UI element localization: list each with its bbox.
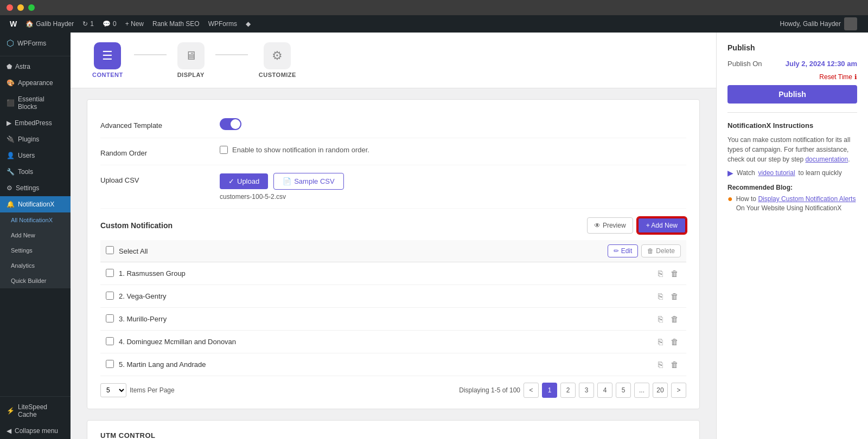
- row-5-checkbox[interactable]: [106, 360, 114, 368]
- advanced-template-toggle[interactable]: [220, 118, 241, 130]
- table-row: 3. Murillo-Perry ⎘ 🗑: [100, 308, 686, 331]
- plugins-icon: 🔌: [7, 135, 15, 143]
- select-all-label: Select All: [119, 247, 608, 255]
- random-order-checkbox[interactable]: [220, 146, 228, 154]
- row-3-copy-button[interactable]: ⎘: [656, 313, 665, 325]
- delete-button[interactable]: 🗑 Delete: [641, 244, 681, 257]
- sidebar-item-litespeed[interactable]: ⚡ LiteSpeed Cache: [0, 399, 71, 423]
- sidebar-subitem-all[interactable]: All NotificationX: [0, 212, 71, 228]
- sidebar-subitem-settings[interactable]: Settings: [0, 243, 71, 258]
- pagination-prev-button[interactable]: <: [524, 383, 539, 398]
- advanced-template-control: [220, 118, 686, 130]
- random-order-control: Enable to show notification in random or…: [220, 146, 686, 154]
- row-4-checkbox[interactable]: [106, 337, 114, 345]
- step-content-icon-wrap: ☰: [94, 42, 121, 69]
- row-1-delete-button[interactable]: 🗑: [668, 268, 681, 279]
- publish-main-button[interactable]: Publish: [727, 85, 857, 104]
- row-4-copy-button[interactable]: ⎘: [656, 336, 665, 347]
- sidebar-item-appearance[interactable]: 🎨 Appearance: [0, 75, 71, 91]
- wpforms-admin-item[interactable]: WPForms: [204, 15, 241, 33]
- row-3-delete-button[interactable]: 🗑: [668, 313, 681, 325]
- add-new-button[interactable]: + Add New: [637, 217, 686, 234]
- step-customize[interactable]: ⚙ CUSTOMIZE: [248, 38, 307, 82]
- step-display-label: DISPLAY: [177, 72, 205, 78]
- new-item[interactable]: + New: [121, 15, 148, 33]
- rank-math-label: Rank Math SEO: [152, 20, 200, 28]
- sidebar-subitem-add[interactable]: Add New: [0, 228, 71, 243]
- comments-count: 0: [113, 20, 117, 28]
- sidebar-subitem-quickbuilder[interactable]: Quick Builder: [0, 273, 71, 288]
- blog-link[interactable]: Display Custom Notification Alerts: [758, 195, 856, 203]
- step-content-icon: ☰: [102, 49, 113, 63]
- table-row: 4. Dominguez Mcmillan and Donovan ⎘ 🗑: [100, 331, 686, 353]
- row-4-delete-button[interactable]: 🗑: [668, 336, 681, 347]
- step-display-icon-wrap: 🖥: [177, 42, 205, 69]
- updates-count: 1: [90, 20, 94, 28]
- row-1-copy-button[interactable]: ⎘: [656, 268, 665, 279]
- rank-math-item[interactable]: Rank Math SEO: [148, 15, 204, 33]
- row-5-copy-button[interactable]: ⎘: [656, 359, 665, 370]
- wpforms-logo-icon: ⬡: [7, 38, 14, 48]
- sidebar-item-embedpress[interactable]: ▶ EmbedPress: [0, 115, 71, 131]
- step-display[interactable]: 🖥 DISPLAY: [167, 38, 215, 82]
- sidebar-item-astra[interactable]: ⬟ Astra: [0, 59, 71, 75]
- embedpress-icon: ▶: [7, 119, 11, 127]
- custom-notif-actions: 👁 Preview + Add New: [587, 217, 686, 234]
- maximize-button[interactable]: [28, 4, 35, 11]
- pagination-page-5-button[interactable]: 5: [616, 383, 631, 398]
- row-2-checkbox[interactable]: [106, 292, 114, 300]
- sidebar-item-users[interactable]: 👤 Users: [0, 147, 71, 164]
- sidebar-item-essential-blocks[interactable]: ⬛ Essential Blocks: [0, 91, 71, 115]
- sidebar-item-notificationx[interactable]: 🔔 NotificationX: [0, 196, 71, 212]
- close-button[interactable]: [7, 4, 13, 11]
- select-all-checkbox[interactable]: [106, 246, 114, 254]
- items-per-page-select[interactable]: 5 10 20: [100, 383, 126, 397]
- step-content[interactable]: ☰ CONTENT: [81, 38, 134, 82]
- sidebar-item-collapse[interactable]: ◀ Collapse menu: [0, 423, 71, 439]
- header-checkbox-wrap: [106, 246, 119, 256]
- pagination-display-info: Displaying 1-5 of 100: [459, 386, 520, 394]
- appearance-icon: 🎨: [7, 79, 15, 87]
- publish-on-row: Publish On July 2, 2024 12:30 am: [727, 60, 857, 68]
- wp-logo-item[interactable]: W: [5, 15, 21, 33]
- upload-csv-label: Upload CSV: [100, 173, 209, 184]
- custom-notif-header: Custom Notification 👁 Preview + Add New: [100, 217, 686, 234]
- row-2-copy-button[interactable]: ⎘: [656, 290, 665, 302]
- pagination-page-3-button[interactable]: 3: [579, 383, 594, 398]
- row-1-name: 1. Rasmussen Group: [119, 269, 656, 277]
- row-2-delete-button[interactable]: 🗑: [668, 290, 681, 302]
- users-icon: 👤: [7, 152, 15, 159]
- sample-csv-button[interactable]: 📄 Sample CSV: [273, 173, 343, 190]
- minimize-button[interactable]: [17, 4, 24, 11]
- custom-notification-section: Custom Notification 👁 Preview + Add New: [100, 209, 686, 398]
- title-bar: [0, 0, 868, 15]
- pagination-next-button[interactable]: >: [671, 383, 686, 398]
- sidebar-item-settings[interactable]: ⚙ Settings: [0, 180, 71, 196]
- row-5-delete-button[interactable]: 🗑: [668, 359, 681, 370]
- pagination-ellipsis-button[interactable]: ...: [634, 383, 649, 398]
- pagination-page-4-button[interactable]: 4: [597, 383, 612, 398]
- row-3-checkbox[interactable]: [106, 314, 114, 322]
- step-customize-icon: ⚙: [272, 49, 283, 63]
- edit-button[interactable]: ✏ Edit: [608, 244, 639, 257]
- updates-item[interactable]: ↻ 1: [78, 15, 98, 33]
- pagination-page-20-button[interactable]: 20: [653, 383, 668, 398]
- publish-section-title: Publish: [727, 43, 857, 52]
- sidebar-item-plugins[interactable]: 🔌 Plugins: [0, 131, 71, 147]
- site-name-item[interactable]: 🏠 Galib Hayder: [21, 15, 78, 33]
- sidebar-subitem-analytics[interactable]: Analytics: [0, 258, 71, 273]
- diamond-item[interactable]: ◆: [241, 15, 255, 33]
- comments-item[interactable]: 💬 0: [98, 15, 121, 33]
- row-1-checkbox[interactable]: [106, 269, 114, 277]
- documentation-link[interactable]: documentation: [805, 156, 848, 163]
- pagination-page-2-button[interactable]: 2: [560, 383, 576, 398]
- sidebar-item-tools[interactable]: 🔧 Tools: [0, 164, 71, 180]
- chevron-left-icon: <: [529, 386, 533, 394]
- pagination-page-1-button[interactable]: 1: [542, 383, 557, 398]
- preview-button[interactable]: 👁 Preview: [587, 217, 633, 234]
- app-layout: ⬡ WPForms ⬟ Astra 🎨 Appearance ⬛ Essenti…: [0, 33, 868, 439]
- video-tutorial-link[interactable]: video tutorial: [758, 169, 795, 177]
- reset-time-link[interactable]: Reset Time ℹ: [727, 73, 857, 81]
- upload-button[interactable]: ✓ Upload: [220, 173, 268, 189]
- sidebar-logo[interactable]: ⬡ WPForms: [0, 33, 71, 54]
